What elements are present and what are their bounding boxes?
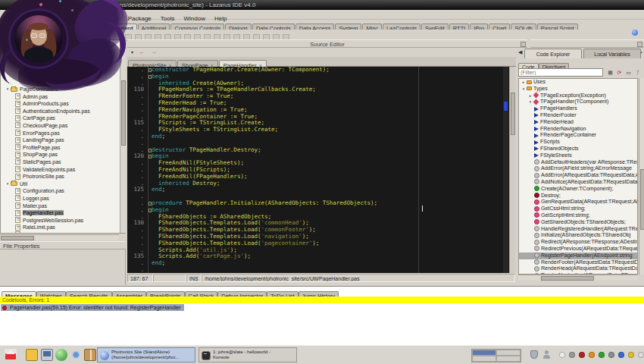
taskbar-task-2[interactable]: 1: johns@slate - helloworld -Konsole [199,347,297,362]
expander-icon[interactable]: ▾ [5,180,11,188]
explorer-tree-item[interactable]: FScripts [519,139,637,146]
tray-red-black-icon[interactable] [579,352,585,358]
filter-input[interactable] [518,68,603,77]
explorer-tree-item[interactable]: FRenderHead [519,119,637,126]
explorer-tree-item[interactable]: ▸TPageException(Exception) [519,93,637,99]
explorer-tree-item[interactable]: FStyleSheets [519,152,637,159]
tray-gray-icon[interactable] [608,352,614,358]
close-icon[interactable] [521,42,526,47]
tab-scroll-left-icon[interactable]: ◀ [518,49,522,55]
project-tree-item[interactable]: PageHandler.pas [2,209,119,217]
globe-launcher-icon[interactable] [55,349,67,361]
project-tree-horizontal-scrollbar[interactable] [0,234,119,240]
project-tree-item[interactable]: Logger.pas [2,195,119,202]
explorer-tree-item[interactable]: AddError(AField:string;AErrorMessage [519,165,637,172]
project-tree-item[interactable]: AuthenticationEndpoints.pas [2,108,119,115]
palette-tab-lazcontrols[interactable]: LazControls [383,24,420,30]
palette-tab-sqldb[interactable]: SQLdb [511,24,536,30]
explorer-tree-item[interactable]: FRenderNavigation [519,126,637,133]
dropdown-arrow-icon[interactable]: ▾ [131,48,133,57]
folder-launcher-icon[interactable] [26,349,38,361]
snowflake-launcher-icon[interactable]: ✹ [70,349,82,361]
explorer-horizontal-scrollbar[interactable] [518,275,638,281]
explorer-tree-item[interactable]: Create(AOwner:TComponent); [519,186,637,193]
fold-marker-icon[interactable] [148,149,152,152]
file-properties-header[interactable]: File Properties [0,241,126,249]
project-tree-item[interactable]: ▾Util [2,180,119,188]
explorer-tree-item[interactable]: GetSharedObjects:TSharedObjects; [519,219,637,226]
fold-marker-icon[interactable] [148,75,152,79]
explorer-tree-item[interactable]: AddNotice(ARequestData:TRequestData; [519,179,637,186]
error-message-row[interactable]: PageHandler.pas(59,15) Error: identifier… [1,304,184,311]
explorer-tree-item[interactable]: HandleRegisteredHandler(ARequest:TRe [519,226,637,233]
palette-tab-dialogs[interactable]: Dialogs [225,24,252,30]
explorer-tree-item[interactable]: ▾TPageHandler(TComponent) [519,99,637,105]
palette-tab-ipro[interactable]: IPro [470,24,488,30]
taskbar-task-1[interactable]: Photronics Site (StandAlone)(/home/johns… [97,347,195,362]
explorer-tree-item[interactable]: ▾Types [519,86,637,93]
code-editor-area[interactable]: .constructor TPageHandler.Create(AOwner:… [127,67,515,273]
palette-tab-misc[interactable]: Misc [362,24,381,30]
explorer-tree-item[interactable]: GetCssHtml:string; [519,206,637,212]
mode-grid-icon[interactable]: ▦ [606,69,614,77]
code-line[interactable]: 135 Scripts.Add('cartPage.js'); [127,253,515,260]
explorer-tree-item[interactable]: ▸Uses [519,79,637,86]
forward-arrow-icon[interactable]: → [150,48,156,57]
notification-icon[interactable] [632,30,638,36]
palette-tab-data-access[interactable]: Data Access [295,24,335,30]
tray-orange-icon[interactable] [589,352,595,358]
explorer-tree-item[interactable]: Redirect(AResponse:TResponse;ADestin [519,239,637,246]
right-dock-header[interactable] [530,39,644,48]
code-line[interactable]: . FStyleSheets := TStringList.Create; [127,127,515,133]
code-line[interactable]: .destructor TPageHandler.Destroy; [127,147,515,154]
project-tree-item[interactable]: CheckoutPage.pas [2,122,119,130]
explorer-tree-item[interactable]: GetScriptHtml:string; [519,212,637,219]
palette-tab-system[interactable]: System [335,24,361,30]
explorer-tree-item[interactable]: FRenderFooter [519,112,637,119]
code-line[interactable]: . [127,267,515,273]
project-tree-item[interactable]: Configuration.pas [2,187,119,195]
tray-arc-icon[interactable] [569,352,575,358]
workspace-pager[interactable] [471,349,521,362]
explorer-tree-item[interactable]: RenderHead(ARequestData:TRequestData [519,265,637,272]
home-launcher-icon[interactable] [5,349,17,361]
code-line[interactable]: .procedure TPageHandler.Initialize(AShar… [127,200,515,207]
palette-tab-additional[interactable]: Additional [138,24,170,30]
palette-tab-rtti[interactable]: RTTI [449,24,470,30]
project-tree-item[interactable]: ProfilePage.pas [2,144,119,152]
explorer-tree-item[interactable]: RedirectPrevious(ARequestData:TReque [519,246,637,253]
tray-yellow-icon[interactable] [628,352,634,358]
project-tree-item[interactable]: ▾PageControllers [2,86,119,93]
project-tree-item[interactable]: ValidateEndpoints.pas [2,166,119,174]
code-line[interactable]: .end; [127,133,515,140]
project-tree-item[interactable]: Admin.pas [2,93,119,101]
code-line[interactable]: 125end; [127,187,515,193]
project-tree-item[interactable]: ShopPage.pas [2,151,119,158]
palette-tab-synedit[interactable]: SynEdit [421,24,449,30]
project-tree-item[interactable]: ErrorPages.pas [2,130,119,137]
palette-tab-chart[interactable]: Chart [489,24,510,30]
explorer-tree-item[interactable]: Destroy; [519,193,637,199]
palette-tab-pascal-script[interactable]: Pascal Script [537,24,578,30]
workspace-cell[interactable] [496,356,521,362]
project-tree-item[interactable]: CartPage.pas [2,115,119,122]
explorer-tree-item[interactable]: AddDefaultHeaders(var AResponse:TRes [519,159,637,166]
explorer-tree-item[interactable]: Initialize(ASharedObjects:TSharedObj [519,232,637,239]
code-line[interactable]: .constructor TPageHandler.Create(AOwner:… [127,67,515,74]
project-tree-item[interactable]: Mailer.pas [2,202,119,210]
explorer-tree-item[interactable]: FPageHandlers [519,105,637,112]
explorer-tree-item[interactable]: RegisterPageHandler(AEndpoint:string [519,253,637,259]
explorer-tree-item[interactable]: RenderFooter(ARequestData:TRequestDa [519,259,637,266]
expander-icon[interactable]: ▾ [5,86,11,93]
panel-tab-code-explorer[interactable]: Code Explorer [524,49,582,58]
source-editor-dock-header[interactable]: Source Editor [127,39,527,48]
project-tree-item[interactable]: RequestData.pas [2,231,119,233]
code-line[interactable]: .end; [127,260,515,267]
display-launcher-icon[interactable] [41,349,53,361]
explorer-vertical-scrollbar[interactable] [639,78,644,275]
explorer-tree-item[interactable]: GenRequestData(ARequest:TRequest;ARe [519,199,637,206]
user-icon[interactable] [542,350,550,359]
project-tree-item[interactable]: AdminProducts.pas [2,100,119,108]
explorer-tree-item[interactable]: FRenderPageContainer [519,132,637,139]
project-tree-item[interactable]: RateLimit.pas [2,224,119,231]
